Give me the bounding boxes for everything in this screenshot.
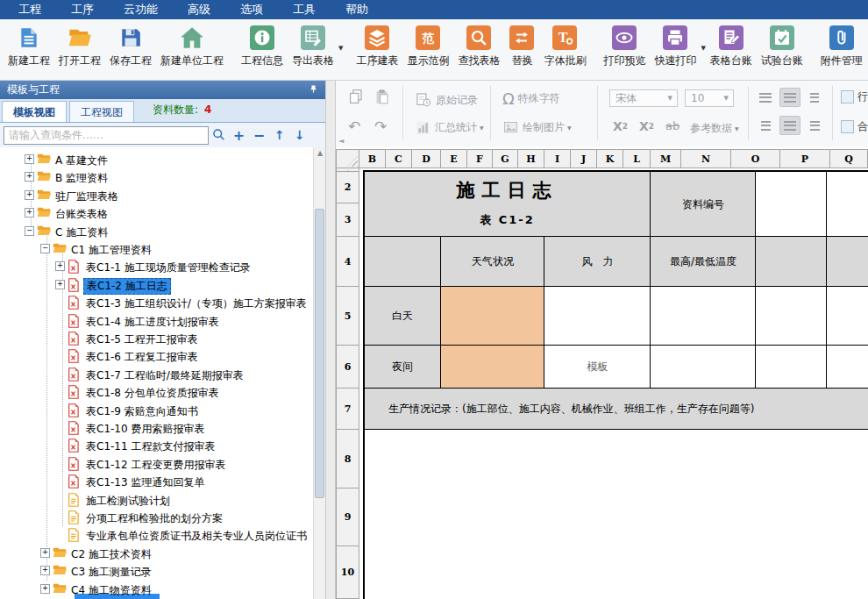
undo-icon[interactable]: ↶ bbox=[348, 118, 360, 135]
table-ledger-button[interactable]: 表格台账 bbox=[706, 24, 757, 69]
row-header[interactable]: 3 bbox=[336, 203, 359, 237]
find-table-button[interactable]: 查找表格 bbox=[453, 24, 504, 69]
menu-item[interactable]: 工具 bbox=[278, 0, 331, 19]
test-ledger-button[interactable]: 试验台账 bbox=[757, 24, 808, 69]
tree-item-label[interactable]: 表C1-10 费用索赔报审表 bbox=[83, 421, 207, 438]
row-header-1-collapsed[interactable]: · bbox=[336, 168, 359, 172]
align-center-button[interactable] bbox=[779, 116, 800, 135]
tree-item[interactable]: 表C1-7 工程临时/最终延期报审表 bbox=[0, 366, 313, 383]
collapse-all-icon[interactable]: − bbox=[249, 127, 269, 144]
tree-item[interactable]: +表C1-2 施工日志 bbox=[0, 276, 313, 294]
tree-item[interactable]: 表C1-12 工程变更费用报审表 bbox=[0, 455, 313, 473]
expand-icon[interactable]: + bbox=[25, 208, 34, 217]
project-info-button[interactable]: 工程信息 bbox=[237, 24, 288, 69]
draw-picture-button[interactable]: 绘制图片▼ bbox=[502, 119, 572, 136]
tree-item-label[interactable]: 表C1-1 施工现场质量管理检查记录 bbox=[83, 260, 253, 276]
tree-scrollbar[interactable]: ▲ bbox=[313, 147, 325, 599]
column-header[interactable]: E bbox=[441, 149, 467, 168]
tree-item-label[interactable]: 表C1-12 工程变更费用报审表 bbox=[83, 457, 228, 474]
row-header[interactable]: 6 bbox=[336, 346, 359, 389]
tree-item-label[interactable]: 专业承包单位资质证书及相关专业人员岗位证书 bbox=[83, 528, 309, 545]
tree-item-label[interactable]: C2 施工技术资料 bbox=[68, 546, 154, 563]
expand-icon[interactable]: + bbox=[25, 154, 34, 164]
tree-item[interactable]: −C1 施工管理资料 bbox=[0, 240, 313, 258]
scrollbar-thumb[interactable] bbox=[315, 209, 324, 498]
prev-result-icon[interactable]: ↑ bbox=[269, 128, 289, 142]
row-header[interactable]: 2 bbox=[336, 172, 359, 203]
tree-item-label[interactable]: C1 施工管理资料 bbox=[68, 242, 154, 259]
column-header[interactable]: K bbox=[597, 149, 623, 168]
original-record-button[interactable]: 原始记录 bbox=[415, 91, 478, 109]
replace-button[interactable]: 替换 bbox=[504, 24, 539, 69]
tree-item[interactable]: 表C1-11 工程款支付报审表 bbox=[0, 437, 313, 454]
tree-item[interactable]: +C3 施工测量记录 bbox=[0, 562, 313, 580]
search-input[interactable] bbox=[4, 126, 209, 145]
tab-template-view[interactable]: 模板视图 bbox=[2, 101, 67, 122]
new-unit-project-button[interactable]: 新建单位工程 bbox=[156, 24, 228, 69]
tree-item[interactable]: +C4 施工物资资料 bbox=[0, 581, 313, 598]
align-middle-button[interactable] bbox=[779, 88, 800, 107]
superscript-button[interactable]: X2 bbox=[613, 119, 628, 133]
row-header[interactable]: 8 bbox=[336, 430, 359, 488]
column-header[interactable]: C bbox=[386, 149, 412, 168]
align-left-button[interactable] bbox=[755, 116, 776, 135]
tree-item-label[interactable]: C3 施工测量记录 bbox=[68, 564, 154, 581]
next-result-icon[interactable]: ↓ bbox=[289, 128, 309, 142]
expand-icon[interactable]: + bbox=[40, 584, 50, 594]
tree-item[interactable]: 表C1-9 索赔意向通知书 bbox=[0, 402, 313, 419]
tree-item-label[interactable]: 台账类表格 bbox=[53, 206, 110, 223]
tree-item-label[interactable]: 表C1-4 施工进度计划报审表 bbox=[83, 314, 222, 331]
menu-item[interactable]: 云功能 bbox=[109, 0, 173, 19]
tree-item-label[interactable]: 表C1-7 工程临时/最终延期报审表 bbox=[83, 367, 246, 384]
tree-item[interactable]: −C 施工资料 bbox=[0, 223, 313, 240]
tree-item[interactable]: 表C1-6 工程复工报审表 bbox=[0, 347, 313, 365]
scroll-left-icon[interactable]: ◄ bbox=[338, 137, 344, 145]
copy-icon[interactable] bbox=[346, 88, 366, 107]
tree-item-label[interactable]: 驻厂监理表格 bbox=[53, 189, 121, 205]
menu-item[interactable]: 工序 bbox=[56, 0, 109, 19]
align-bottom-button[interactable] bbox=[804, 88, 825, 107]
row-header[interactable]: 7 bbox=[336, 389, 359, 430]
print-preview-button[interactable]: 打印预览 bbox=[599, 24, 650, 69]
menu-item[interactable]: 帮助 bbox=[331, 0, 383, 19]
summary-stats-button[interactable]: 汇总统计▼ bbox=[415, 119, 484, 136]
tree-item-label[interactable]: 表C1-9 索赔意向通知书 bbox=[83, 403, 201, 420]
expand-icon[interactable]: + bbox=[25, 172, 34, 182]
column-header[interactable]: Q bbox=[830, 149, 868, 168]
merge-cells-button[interactable]: 合 bbox=[841, 119, 868, 134]
column-header[interactable]: G bbox=[493, 149, 518, 168]
cell-day-weather[interactable] bbox=[441, 287, 544, 346]
tree-item-label[interactable]: B 监理资料 bbox=[53, 170, 110, 187]
font-brush-button[interactable]: T字体批刷 bbox=[539, 24, 590, 69]
tree-item[interactable]: 施工检测试验计划 bbox=[0, 491, 313, 509]
tree-item[interactable]: +C2 施工技术资料 bbox=[0, 545, 313, 562]
attachment-button[interactable]: 附件管理 bbox=[816, 24, 867, 69]
row-header[interactable]: 5 bbox=[336, 287, 359, 346]
tree-item-label[interactable]: 表C1-11 工程款支付报审表 bbox=[83, 439, 217, 455]
paste-icon[interactable] bbox=[373, 88, 392, 107]
expand-icon[interactable]: + bbox=[55, 280, 65, 289]
tree-item[interactable]: 表C1-10 费用索赔报审表 bbox=[0, 419, 313, 437]
tree-item[interactable]: +B 监理资料 bbox=[0, 168, 313, 186]
strikethrough-button[interactable]: ab bbox=[665, 119, 679, 132]
open-project-button[interactable]: 打开工程 bbox=[54, 24, 105, 69]
cell-night-weather[interactable] bbox=[441, 346, 544, 389]
column-header[interactable]: I bbox=[544, 149, 571, 168]
expand-icon[interactable]: + bbox=[25, 190, 34, 200]
column-header[interactable]: D bbox=[412, 149, 441, 168]
tree-item[interactable]: 分项工程和检验批的划分方案 bbox=[0, 509, 313, 526]
export-table-button[interactable]: 导出表格 bbox=[288, 24, 338, 69]
column-header[interactable]: H bbox=[518, 149, 544, 168]
tab-project-view[interactable]: 工程视图 bbox=[69, 101, 134, 122]
tree-item-label[interactable]: 表C1-5 工程开工报审表 bbox=[83, 332, 201, 348]
row-header[interactable]: 10 bbox=[336, 546, 359, 599]
tree-item[interactable]: 表C1-5 工程开工报审表 bbox=[0, 330, 313, 347]
align-top-button[interactable] bbox=[755, 88, 776, 107]
tree-item-label[interactable]: C4 施工物资资料 bbox=[68, 582, 154, 599]
new-project-button[interactable]: 新建工程 bbox=[4, 24, 54, 69]
font-size-select[interactable]: 10▼ bbox=[685, 89, 734, 107]
tree-item-label[interactable]: 表C1-3 施工组织设计/（专项）施工方案报审表 bbox=[83, 296, 309, 312]
save-project-button[interactable]: 保存工程 bbox=[105, 24, 156, 69]
menu-item[interactable]: 选项 bbox=[225, 0, 278, 19]
tree-item[interactable]: +驻厂监理表格 bbox=[0, 187, 313, 204]
